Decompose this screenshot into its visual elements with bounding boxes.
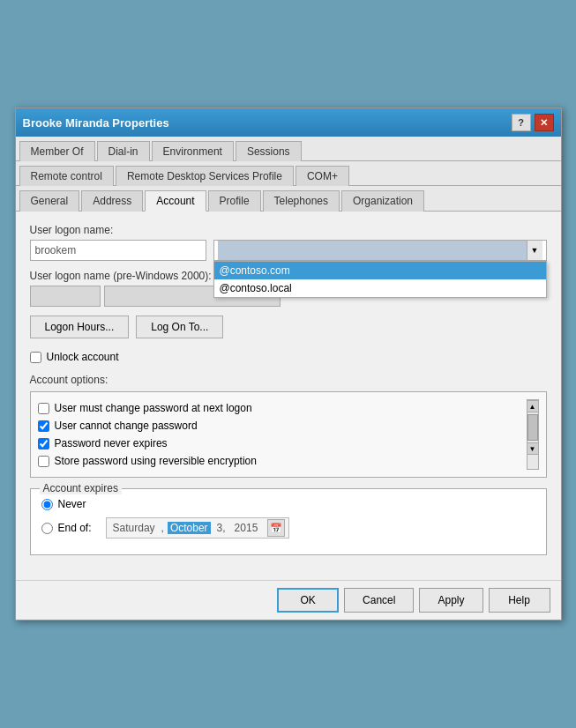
tabs-row-3: General Address Account Profile Telephon… bbox=[16, 186, 561, 212]
scroll-thumb[interactable] bbox=[527, 414, 538, 441]
dropdown-selected-text bbox=[218, 241, 527, 260]
tab-address[interactable]: Address bbox=[81, 190, 143, 212]
never-radio-row: Never bbox=[41, 498, 535, 510]
option-cannot-change-pw-label: User cannot change password bbox=[55, 420, 198, 432]
logon-name-row: ▼ @contoso.com @contoso.local bbox=[30, 240, 547, 261]
domain-dropdown-list: @contoso.com @contoso.local bbox=[213, 261, 547, 298]
title-bar: Brooke Miranda Properties ? ✕ bbox=[16, 108, 561, 137]
tab-telephones[interactable]: Telephones bbox=[263, 190, 340, 212]
cancel-button[interactable]: Cancel bbox=[344, 588, 414, 613]
account-options-groupbox: User must change password at next logon … bbox=[30, 391, 547, 478]
end-of-radio[interactable] bbox=[41, 523, 53, 534]
dropdown-option-contoso-local[interactable]: @contoso.local bbox=[214, 279, 546, 297]
domain-dropdown-wrapper: ▼ @contoso.com @contoso.local bbox=[213, 240, 547, 261]
option-must-change-pw-checkbox[interactable] bbox=[38, 403, 49, 414]
logon-name-input[interactable] bbox=[30, 240, 206, 261]
option-pw-never-expires: Password never expires bbox=[38, 435, 523, 452]
tab-account[interactable]: Account bbox=[145, 190, 206, 212]
option-cannot-change-pw-checkbox[interactable] bbox=[38, 420, 49, 432]
title-bar-buttons: ? ✕ bbox=[512, 114, 554, 131]
date-month-part[interactable]: October bbox=[168, 522, 211, 534]
never-label: Never bbox=[58, 498, 86, 510]
apply-button[interactable]: Apply bbox=[419, 588, 482, 613]
log-on-to-button[interactable]: Log On To... bbox=[136, 316, 223, 338]
scroll-up-button[interactable]: ▲ bbox=[527, 400, 539, 412]
calendar-icon: 📅 bbox=[270, 523, 282, 534]
tab-environment[interactable]: Environment bbox=[152, 141, 234, 161]
option-pw-never-expires-label: Password never expires bbox=[55, 437, 168, 449]
end-of-radio-row: End of: Saturday , October 3, 2015 📅 bbox=[41, 517, 535, 539]
option-store-pw-reversible: Store password using reversible encrypti… bbox=[38, 452, 523, 470]
options-list: User must change password at next logon … bbox=[38, 399, 527, 470]
tab-general[interactable]: General bbox=[19, 190, 80, 212]
properties-dialog: Brooke Miranda Properties ? ✕ Member Of … bbox=[15, 108, 562, 620]
help-button[interactable]: Help bbox=[489, 588, 550, 613]
unlock-account-checkbox[interactable] bbox=[30, 352, 41, 363]
help-title-button[interactable]: ? bbox=[512, 114, 531, 131]
option-must-change-pw: User must change password at next logon bbox=[38, 399, 523, 417]
tabs-row-2: Remote control Remote Desktop Services P… bbox=[16, 161, 561, 186]
close-title-button[interactable]: ✕ bbox=[535, 114, 554, 131]
tab-profile[interactable]: Profile bbox=[208, 190, 261, 212]
date-num-part: 3, bbox=[214, 522, 228, 534]
calendar-button[interactable]: 📅 bbox=[267, 519, 285, 537]
tab-com[interactable]: COM+ bbox=[295, 166, 349, 186]
tab-organization[interactable]: Organization bbox=[341, 190, 424, 212]
date-field: Saturday , October 3, 2015 📅 bbox=[106, 517, 290, 539]
option-cannot-change-pw: User cannot change password bbox=[38, 417, 523, 435]
logon-buttons-row: Logon Hours... Log On To... bbox=[30, 316, 547, 338]
tab-rdp[interactable]: Remote Desktop Services Profile bbox=[116, 166, 294, 186]
ok-button[interactable]: OK bbox=[277, 588, 339, 613]
tabs-row-1: Member Of Dial-in Environment Sessions bbox=[16, 137, 561, 161]
option-pw-never-expires-checkbox[interactable] bbox=[38, 438, 49, 449]
tab-remote-control[interactable]: Remote control bbox=[19, 166, 114, 186]
logon-name-label: User logon name: bbox=[30, 224, 547, 236]
tab-content: User logon name: ▼ @contoso.com @contoso… bbox=[16, 212, 561, 580]
account-options-inner: User must change password at next logon … bbox=[38, 399, 539, 470]
pre-win-domain-display bbox=[30, 286, 101, 307]
date-year-part[interactable]: 2015 bbox=[232, 522, 261, 534]
date-day-part[interactable]: Saturday bbox=[110, 522, 158, 534]
option-store-pw-reversible-label: Store password using reversible encrypti… bbox=[55, 455, 257, 467]
option-must-change-pw-label: User must change password at next logon bbox=[55, 402, 252, 414]
never-radio[interactable] bbox=[41, 499, 53, 510]
date-sep1: , bbox=[161, 522, 164, 534]
dialog-title: Brooke Miranda Properties bbox=[23, 116, 169, 130]
tab-dial-in[interactable]: Dial-in bbox=[97, 141, 150, 161]
dropdown-arrow-icon[interactable]: ▼ bbox=[527, 241, 542, 260]
dropdown-option-contoso-com[interactable]: @contoso.com bbox=[214, 262, 546, 279]
expires-legend: Account expires bbox=[40, 482, 122, 494]
end-of-label: End of: bbox=[58, 522, 92, 534]
options-scrollbar[interactable]: ▲ ▼ bbox=[527, 399, 539, 470]
tab-member-of[interactable]: Member Of bbox=[19, 141, 95, 161]
option-store-pw-reversible-checkbox[interactable] bbox=[38, 456, 49, 467]
account-options-label: Account options: bbox=[30, 374, 547, 386]
logon-hours-button[interactable]: Logon Hours... bbox=[30, 316, 130, 338]
unlock-account-label: Unlock account bbox=[47, 351, 119, 363]
unlock-account-row: Unlock account bbox=[30, 351, 547, 363]
tab-sessions[interactable]: Sessions bbox=[236, 141, 302, 161]
scroll-down-button[interactable]: ▼ bbox=[527, 442, 539, 455]
domain-dropdown[interactable]: ▼ bbox=[213, 240, 547, 261]
bottom-buttons: OK Cancel Apply Help bbox=[16, 580, 561, 620]
account-expires-group: Account expires Never End of: Saturday ,… bbox=[30, 488, 547, 555]
